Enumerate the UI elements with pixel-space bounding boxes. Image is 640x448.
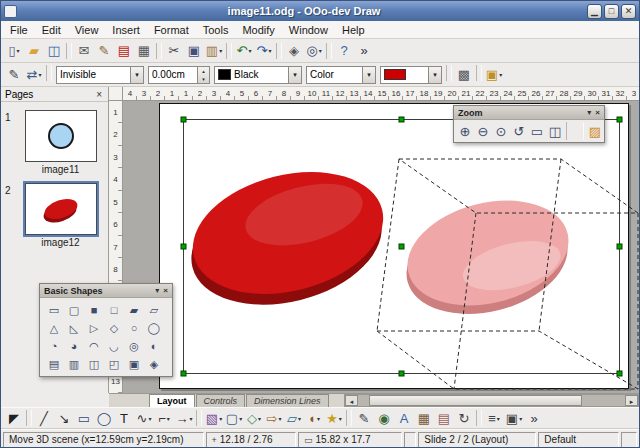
3d-disc-preview[interactable] — [393, 185, 581, 330]
shape-button[interactable]: ◡ — [104, 337, 124, 355]
zoom-previous-button[interactable]: ↺ — [510, 122, 528, 140]
symbol-shapes-tool[interactable]: ◇ ▾ — [244, 408, 264, 428]
shape-button[interactable]: ◈ — [144, 355, 164, 373]
handle-top-left[interactable] — [181, 117, 186, 122]
rotate-tool[interactable]: ↻ ▾ — [454, 408, 474, 428]
basic-shapes-tool[interactable]: ▢ ▾ — [224, 408, 244, 428]
menu-help[interactable]: Help — [335, 23, 372, 37]
shape-button[interactable]: ◺ — [64, 319, 84, 337]
email-button[interactable]: ✉ ▾ — [74, 41, 94, 61]
maximize-button[interactable]: □ — [604, 4, 619, 19]
arrange-tool[interactable]: ▣ ▾ — [504, 408, 524, 428]
shapes-palette-titlebar[interactable]: Basic Shapes ▾ × — [40, 284, 172, 298]
shape-button[interactable]: ◔ — [44, 337, 64, 355]
zoom-palette-titlebar[interactable]: Zoom ▾ × — [454, 106, 604, 120]
dropdown-icon[interactable]: ▾ — [288, 67, 301, 83]
3d-disc-main[interactable] — [176, 153, 399, 323]
handle-bottom-mid[interactable] — [399, 371, 404, 376]
shape-button[interactable]: ▰ — [124, 301, 144, 319]
menu-format[interactable]: Format — [147, 23, 196, 37]
spin-down-icon[interactable]: ▾ — [198, 75, 209, 83]
fontwork-gallery-tool[interactable]: A ▾ — [394, 408, 414, 428]
object-zoom-button[interactable]: ▨ — [586, 122, 604, 140]
zoom-page-button[interactable]: ▭ — [528, 122, 546, 140]
cut-button[interactable]: ✂ ▾ — [164, 41, 184, 61]
zoom-100-button[interactable]: ⊙ — [492, 122, 510, 140]
close-icon[interactable]: × — [163, 286, 168, 295]
undo-button[interactable]: ↶ ▾ — [234, 41, 254, 61]
shape-button[interactable]: ▭ — [44, 301, 64, 319]
save-button[interactable]: ◫ ▾ — [44, 41, 64, 61]
handle-top-mid[interactable] — [399, 117, 404, 122]
horizontal-scrollbar[interactable]: ◂ ▸ — [344, 394, 639, 407]
line-style-combo[interactable]: Invisible ▾ — [56, 66, 144, 84]
shape-button[interactable]: ○ — [124, 319, 144, 337]
shape-button[interactable]: ◰ — [104, 355, 124, 373]
spinner-buttons[interactable]: ▴ ▾ — [197, 67, 209, 83]
fill-color-combo[interactable]: ▾ — [380, 66, 442, 84]
3d-effects-button[interactable]: ▣ ▾ — [484, 65, 504, 85]
status-page-style[interactable]: Default — [538, 432, 619, 448]
ellipse-tool[interactable]: ◯ ▾ — [94, 408, 114, 428]
flowchart-tool[interactable]: ▱ ▾ — [284, 408, 304, 428]
insert-picture-tool[interactable]: ▦ ▾ — [414, 408, 434, 428]
drawing-canvas-svg[interactable] — [123, 101, 639, 393]
page-thumbnail-2[interactable]: 2 image12 — [5, 183, 104, 248]
menu-window[interactable]: Window — [282, 23, 335, 37]
callouts-tool[interactable]: ◖ ▾ — [304, 408, 324, 428]
scroll-left-icon[interactable]: ◂ — [345, 395, 358, 406]
print-button[interactable]: ▦ ▾ — [134, 41, 154, 61]
scrollbar-track[interactable] — [358, 395, 625, 406]
align-tool[interactable]: ≡ ▾ — [484, 408, 504, 428]
horizontal-ruler[interactable]: 4321123456789101112131415161718192021222… — [123, 87, 639, 101]
shape-button[interactable]: ◠ — [84, 337, 104, 355]
new-document-button[interactable]: ▯ ▾ — [4, 41, 24, 61]
redo-button[interactable]: ↷ ▾ — [254, 41, 274, 61]
spin-up-icon[interactable]: ▴ — [198, 67, 209, 75]
edit-points-button[interactable]: ✎ ▾ — [4, 65, 24, 85]
shape-button[interactable]: △ — [44, 319, 64, 337]
3d-objects-tool[interactable]: ▧ ▾ — [204, 408, 224, 428]
help-button[interactable]: ? ▾ — [334, 41, 354, 61]
handle-top-right[interactable] — [617, 117, 622, 122]
menu-view[interactable]: View — [68, 23, 106, 37]
line-color-combo[interactable]: Black ▾ — [214, 66, 302, 84]
navigator-button[interactable]: ◈ ▾ — [284, 41, 304, 61]
shape-button[interactable]: ◯ — [144, 319, 164, 337]
tab-dimension-lines[interactable]: Dimension Lines — [246, 394, 329, 407]
close-button[interactable]: ✕ — [621, 4, 636, 19]
page-thumbnail-1[interactable]: 1 image11 — [5, 110, 104, 175]
shape-button[interactable]: ▢ — [64, 301, 84, 319]
menu-insert[interactable]: Insert — [105, 23, 147, 37]
arrow-styles-button[interactable]: ⇄ ▾ — [24, 65, 44, 85]
page-thumbnail-image[interactable] — [25, 110, 97, 162]
zoom-page-width-button[interactable]: ◫ — [546, 122, 564, 140]
shape-button[interactable]: ■ — [84, 301, 104, 319]
curve-tool[interactable]: ∿ ▾ — [134, 408, 154, 428]
scroll-right-icon[interactable]: ▸ — [625, 395, 638, 406]
shape-button[interactable]: ▱ — [144, 301, 164, 319]
text-tool[interactable]: T ▾ — [114, 408, 134, 428]
gallery-tool[interactable]: ▤ ▾ — [434, 408, 454, 428]
paste-button[interactable]: ▥ ▾ — [204, 41, 224, 61]
shape-button[interactable]: ◫ — [84, 355, 104, 373]
palette-menu-icon[interactable]: ▾ — [587, 108, 591, 117]
menu-file[interactable]: File — [3, 23, 35, 37]
zoom-in-button[interactable]: ⊕ — [456, 122, 474, 140]
edit-file-button[interactable]: ✎ ▾ — [94, 41, 114, 61]
handle-bottom-right[interactable] — [617, 371, 622, 376]
tab-layout[interactable]: Layout — [149, 394, 195, 407]
handle-bottom-left[interactable] — [181, 371, 186, 376]
handle-center[interactable] — [399, 244, 404, 249]
close-icon[interactable]: × — [595, 108, 600, 117]
page-thumbnail-image[interactable] — [25, 183, 97, 235]
zoom-out-button[interactable]: ⊖ — [474, 122, 492, 140]
open-button[interactable]: ▰ ▾ — [24, 41, 44, 61]
close-icon[interactable]: × — [94, 89, 104, 100]
lines-arrows-tool[interactable]: → ▾ — [174, 408, 194, 428]
palette-menu-icon[interactable]: ▾ — [155, 286, 159, 295]
canvas-area[interactable] — [123, 101, 639, 393]
shape-button[interactable]: ▣ — [124, 355, 144, 373]
shape-button[interactable]: □ — [104, 301, 124, 319]
status-slide[interactable]: Slide 2 / 2 (Layout) — [418, 432, 536, 448]
